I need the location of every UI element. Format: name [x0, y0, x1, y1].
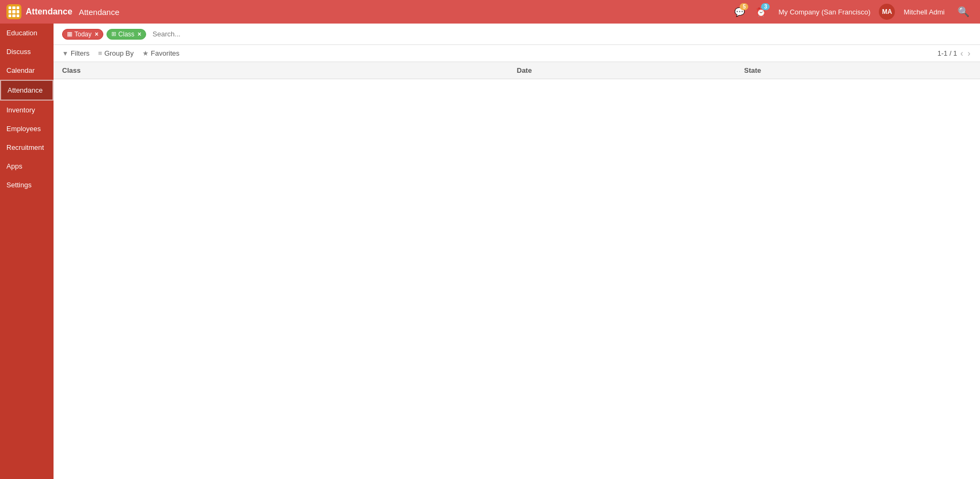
breadcrumb-label: Attendance — [79, 7, 119, 17]
clock-button[interactable]: ⏰ 3 — [753, 3, 770, 20]
company-name[interactable]: My Company (San Francisco) — [778, 8, 870, 16]
today-chip-close[interactable]: × — [95, 31, 98, 38]
app-name: Attendance — [26, 7, 72, 17]
navbar: Attendance Attendance 💬 5 ⏰ 3 My Company… — [0, 0, 980, 24]
content-area: ▦ Today × ⊞ Class × ▼ Filters ≡ — [54, 24, 980, 79]
sidebar-menu: Education Discuss Calendar Attendance In… — [0, 24, 54, 79]
search-input[interactable] — [150, 28, 971, 40]
sidebar-item-discuss[interactable]: Discuss — [0, 42, 54, 61]
user-avatar[interactable]: MA — [879, 4, 895, 20]
main-layout: Education Discuss Calendar Attendance In… — [0, 24, 980, 79]
pagination-prev[interactable] — [959, 49, 964, 58]
pagination-next[interactable] — [967, 49, 971, 58]
user-name[interactable]: Mitchell Admi — [903, 8, 945, 16]
navbar-right: 💬 5 ⏰ 3 My Company (San Francisco) MA Mi… — [731, 3, 974, 20]
app-logo[interactable]: Attendance — [6, 4, 72, 19]
clock-badge: 3 — [761, 3, 770, 10]
filters-label: Filters — [71, 49, 89, 57]
chat-button[interactable]: 💬 5 — [731, 3, 748, 20]
group-by-icon: ≡ — [98, 49, 102, 57]
filter-chip-class[interactable]: ⊞ Class × — [107, 29, 146, 40]
sidebar-item-calendar[interactable]: Calendar — [0, 61, 54, 79]
table-header: Class Date State — [54, 62, 980, 79]
search-input-wrapper — [150, 28, 971, 40]
sidebar-item-education[interactable]: Education — [0, 24, 54, 42]
filter-bar: ▦ Today × ⊞ Class × — [54, 24, 980, 45]
class-chip-close[interactable]: × — [138, 31, 141, 38]
column-header-class: Class — [62, 66, 517, 74]
grid-icon — [6, 4, 21, 19]
column-header-state: State — [744, 66, 971, 74]
filters-button[interactable]: ▼ Filters — [62, 47, 89, 59]
class-chip-icon: ⊞ — [111, 31, 116, 37]
favorites-icon: ★ — [142, 49, 149, 57]
pagination-text: 1-1 / 1 — [937, 49, 957, 57]
today-chip-icon: ▦ — [67, 31, 72, 37]
chat-badge: 5 — [740, 3, 748, 10]
class-chip-label: Class — [118, 31, 134, 38]
pagination-info: 1-1 / 1 — [937, 49, 971, 58]
favorites-label: Favorites — [151, 49, 179, 57]
secondary-bar: ▼ Filters ≡ Group By ★ Favorites 1-1 / 1 — [54, 45, 980, 62]
today-chip-label: Today — [74, 31, 92, 38]
group-by-label: Group By — [104, 49, 134, 57]
group-by-button[interactable]: ≡ Group By — [98, 47, 134, 59]
filter-chips: ▦ Today × ⊞ Class × — [62, 29, 146, 40]
favorites-button[interactable]: ★ Favorites — [142, 47, 179, 59]
filter-chip-today[interactable]: ▦ Today × — [62, 29, 103, 40]
filters-icon: ▼ — [62, 50, 69, 57]
column-header-date: Date — [517, 66, 745, 74]
global-search-icon[interactable]: 🔍 — [953, 4, 974, 20]
user-initials: MA — [882, 8, 892, 16]
